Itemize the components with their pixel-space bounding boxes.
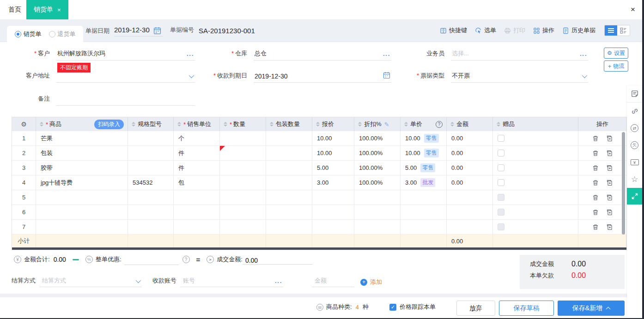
edit-pencil-icon[interactable]: ✎ — [384, 121, 389, 128]
copy-row-icon[interactable] — [606, 165, 613, 171]
cell-discount[interactable]: 100.00% — [354, 175, 401, 190]
settle-method-input[interactable]: 结算方式 — [39, 277, 142, 287]
cell-discount[interactable] — [354, 190, 401, 205]
cell-product[interactable]: 包装 — [36, 146, 128, 161]
tab-close-icon[interactable]: × — [57, 6, 61, 13]
copy-row-icon[interactable] — [606, 180, 613, 186]
cell-quote[interactable]: 5.00 — [312, 161, 354, 175]
cell-amount[interactable] — [447, 205, 493, 220]
cell-unit[interactable] — [174, 220, 220, 235]
cell-price[interactable]: 3.00批发 — [401, 175, 447, 190]
link-tool[interactable] — [627, 102, 642, 120]
scan-entry-button[interactable]: 扫码录入 — [94, 120, 124, 129]
cell-quote[interactable] — [312, 205, 354, 220]
gift-checkbox[interactable] — [498, 179, 504, 186]
save-draft-button[interactable]: 保存草稿 — [499, 301, 554, 316]
sort-arrows-icon[interactable] — [497, 122, 500, 126]
logistics-button[interactable]: + 物流 — [604, 60, 628, 72]
sort-arrows-icon[interactable] — [404, 122, 408, 126]
sort-arrows-icon[interactable] — [450, 122, 454, 126]
cell-price[interactable] — [401, 190, 447, 205]
gift-checkbox[interactable] — [498, 150, 504, 156]
gift-checkbox[interactable] — [498, 164, 504, 171]
col-header-quote[interactable]: 报价 — [312, 117, 354, 131]
debt-tool[interactable]: 欠 — [627, 137, 642, 154]
delete-row-icon[interactable] — [592, 180, 599, 186]
cell-unit[interactable]: 个 — [174, 131, 220, 146]
cell-spec[interactable] — [128, 190, 174, 205]
price-track-checkbox-group[interactable]: ✓ 价格跟踪本单 — [389, 303, 436, 311]
cell-discount[interactable] — [354, 205, 401, 220]
cell-unit[interactable]: 件 — [174, 161, 220, 175]
cell-amount[interactable] — [447, 220, 493, 235]
cell-quote[interactable]: 10.00 — [312, 146, 354, 161]
help-circle-icon[interactable]: ? — [436, 121, 443, 128]
receive-account-input[interactable]: 账号 ··· — [180, 277, 283, 287]
delete-row-icon[interactable] — [592, 224, 599, 230]
copy-row-icon[interactable] — [606, 150, 613, 156]
shortcut-keys-button[interactable]: 快捷键 — [440, 26, 467, 35]
calendar-icon[interactable] — [153, 27, 161, 35]
cell-amount[interactable]: 0.00 — [447, 146, 493, 161]
col-header-qty[interactable]: *数量 — [220, 117, 266, 131]
cell-price[interactable] — [401, 220, 447, 235]
pick-order-button[interactable]: 选单 — [475, 26, 496, 35]
actions-button[interactable]: 操作 — [533, 26, 554, 35]
coupon-tool[interactable]: ¥ — [627, 154, 642, 171]
col-header-unit[interactable]: *销售单位 — [174, 117, 220, 131]
cell-pack-qty[interactable] — [266, 131, 312, 146]
cell-pack-qty[interactable] — [266, 190, 312, 205]
cell-product[interactable] — [36, 205, 128, 220]
copy-row-icon[interactable] — [606, 194, 613, 201]
sort-arrows-icon[interactable] — [40, 122, 43, 126]
list-view-toggle[interactable] — [605, 25, 617, 36]
cell-price[interactable]: 10.00零售 — [401, 146, 447, 161]
sort-arrows-icon[interactable] — [177, 122, 181, 126]
cell-pack-qty[interactable] — [266, 146, 312, 161]
fullscreen-button[interactable] — [627, 188, 642, 205]
cell-price[interactable] — [401, 205, 447, 220]
price-level-tag[interactable]: 零售 — [420, 163, 435, 172]
cell-qty[interactable] — [220, 190, 266, 205]
cell-qty[interactable] — [220, 146, 266, 161]
radio-off-icon[interactable] — [49, 31, 55, 37]
cell-discount[interactable]: 100.00% — [354, 146, 401, 161]
card-view-toggle[interactable] — [617, 25, 630, 36]
close-icon[interactable]: × — [625, 0, 641, 19]
cell-qty[interactable] — [220, 220, 266, 235]
cell-spec[interactable]: 534532 — [128, 175, 174, 190]
cell-amount[interactable]: 0.00 — [447, 161, 493, 175]
gear-icon[interactable]: ⚙ — [21, 120, 27, 128]
cancel-button[interactable]: 放弃 — [456, 301, 495, 316]
sort-arrows-icon[interactable] — [132, 122, 135, 126]
due-date-input[interactable]: 2019-12-30 — [254, 72, 391, 83]
doc-date-input[interactable]: 2019-12-30 — [114, 26, 163, 36]
cell-amount[interactable] — [447, 190, 493, 205]
copy-row-icon[interactable] — [606, 135, 613, 142]
col-header-price[interactable]: 单价? — [401, 117, 447, 131]
note-tool[interactable] — [627, 85, 642, 102]
tab-home[interactable]: 首页 — [0, 0, 30, 19]
delete-row-icon[interactable] — [592, 194, 599, 201]
cell-product[interactable]: 芒果 — [36, 131, 128, 146]
cell-unit[interactable] — [174, 205, 220, 220]
cell-qty[interactable] — [220, 175, 266, 190]
col-header-pack[interactable]: 包装数量 — [266, 117, 312, 131]
remark-input[interactable] — [56, 103, 195, 106]
vertical-scrollbar[interactable] — [622, 132, 625, 235]
radio-return-order[interactable]: 退货单 — [49, 30, 76, 38]
cell-spec[interactable] — [128, 161, 174, 175]
history-orders-button[interactable]: 历史单据 — [562, 26, 595, 35]
price-level-tag[interactable]: 批发 — [420, 178, 435, 187]
col-header-discount[interactable]: 折扣%✎ — [354, 117, 401, 131]
cell-pack-qty[interactable] — [266, 220, 312, 235]
radio-on-icon[interactable] — [15, 31, 21, 37]
customer-more-icon[interactable]: ··· — [187, 53, 194, 58]
add-payment-button[interactable]: + 添加 — [360, 278, 382, 286]
chevron-down-icon[interactable] — [136, 278, 141, 283]
cell-qty[interactable] — [220, 131, 266, 146]
cell-qty[interactable] — [220, 205, 266, 220]
pay-amount-input[interactable]: 金额 — [312, 277, 354, 287]
salesman-more-icon[interactable]: ··· — [580, 53, 587, 58]
cell-product[interactable] — [36, 220, 128, 235]
